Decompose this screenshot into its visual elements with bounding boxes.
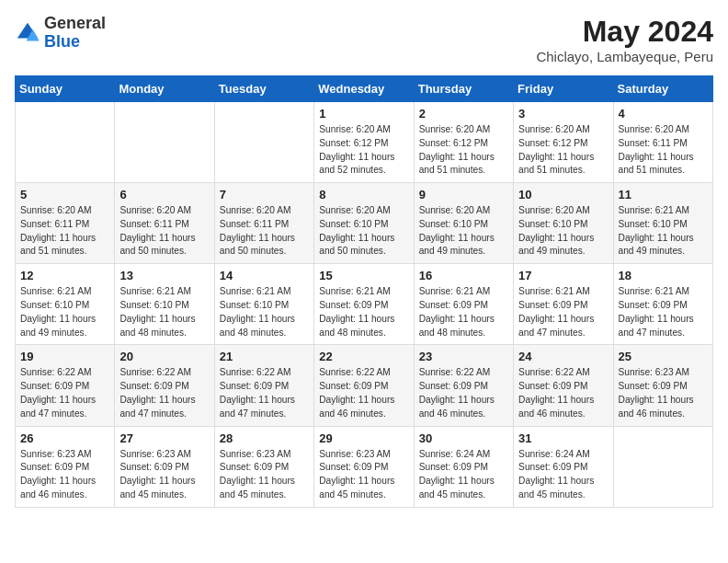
calendar-cell: 20Sunrise: 6:22 AM Sunset: 6:09 PM Dayli… [115, 345, 214, 426]
day-info: Sunrise: 6:20 AM Sunset: 6:10 PM Dayligh… [518, 204, 608, 259]
day-number: 23 [419, 350, 508, 363]
day-info: Sunrise: 6:22 AM Sunset: 6:09 PM Dayligh… [119, 366, 209, 420]
calendar-cell: 31Sunrise: 6:24 AM Sunset: 6:09 PM Dayli… [514, 426, 613, 507]
day-number: 15 [319, 269, 408, 282]
day-info: Sunrise: 6:22 AM Sunset: 6:09 PM Dayligh… [319, 366, 408, 420]
day-number: 9 [419, 188, 508, 201]
day-number: 25 [619, 350, 708, 363]
day-info: Sunrise: 6:21 AM Sunset: 6:10 PM Dayligh… [20, 285, 109, 339]
day-number: 3 [518, 107, 608, 121]
day-info: Sunrise: 6:20 AM Sunset: 6:11 PM Dayligh… [619, 123, 708, 178]
calendar-cell: 8Sunrise: 6:20 AM Sunset: 6:10 PM Daylig… [314, 183, 414, 264]
calendar-cell: 23Sunrise: 6:22 AM Sunset: 6:09 PM Dayli… [414, 345, 513, 426]
day-info: Sunrise: 6:22 AM Sunset: 6:09 PM Dayligh… [20, 366, 109, 420]
calendar-cell: 12Sunrise: 6:21 AM Sunset: 6:10 PM Dayli… [16, 264, 115, 345]
day-info: Sunrise: 6:20 AM Sunset: 6:12 PM Dayligh… [419, 123, 508, 178]
day-info: Sunrise: 6:20 AM Sunset: 6:11 PM Dayligh… [20, 204, 109, 259]
day-info: Sunrise: 6:22 AM Sunset: 6:09 PM Dayligh… [518, 366, 608, 420]
day-info: Sunrise: 6:23 AM Sunset: 6:09 PM Dayligh… [119, 448, 209, 502]
header-thursday: Thursday [414, 76, 513, 102]
day-number: 21 [220, 350, 309, 363]
day-info: Sunrise: 6:21 AM Sunset: 6:10 PM Dayligh… [220, 285, 309, 339]
header-friday: Friday [514, 76, 613, 102]
calendar-cell: 13Sunrise: 6:21 AM Sunset: 6:10 PM Dayli… [115, 264, 214, 345]
calendar-cell: 14Sunrise: 6:21 AM Sunset: 6:10 PM Dayli… [214, 264, 313, 345]
day-info: Sunrise: 6:23 AM Sunset: 6:09 PM Dayligh… [20, 448, 109, 502]
header-wednesday: Wednesday [314, 76, 414, 102]
page-header: General Blue May 2024 Chiclayo, Lambayeq… [15, 15, 713, 64]
calendar-cell [16, 102, 115, 183]
week-row-1: 1Sunrise: 6:20 AM Sunset: 6:12 PM Daylig… [16, 102, 713, 183]
day-number: 1 [319, 107, 408, 121]
calendar-cell: 6Sunrise: 6:20 AM Sunset: 6:11 PM Daylig… [115, 183, 214, 264]
day-number: 2 [419, 107, 508, 121]
calendar-cell [214, 102, 313, 183]
day-info: Sunrise: 6:22 AM Sunset: 6:09 PM Dayligh… [220, 366, 309, 420]
day-info: Sunrise: 6:20 AM Sunset: 6:10 PM Dayligh… [319, 204, 408, 259]
calendar-cell: 22Sunrise: 6:22 AM Sunset: 6:09 PM Dayli… [314, 345, 414, 426]
header-tuesday: Tuesday [214, 76, 313, 102]
calendar-cell: 17Sunrise: 6:21 AM Sunset: 6:09 PM Dayli… [514, 264, 613, 345]
calendar-cell: 24Sunrise: 6:22 AM Sunset: 6:09 PM Dayli… [514, 345, 613, 426]
day-number: 14 [220, 269, 309, 282]
header-saturday: Saturday [613, 76, 712, 102]
week-row-4: 19Sunrise: 6:22 AM Sunset: 6:09 PM Dayli… [16, 345, 713, 426]
day-info: Sunrise: 6:20 AM Sunset: 6:10 PM Dayligh… [419, 204, 508, 259]
calendar-cell: 4Sunrise: 6:20 AM Sunset: 6:11 PM Daylig… [613, 102, 712, 183]
calendar-header: SundayMondayTuesdayWednesdayThursdayFrid… [16, 76, 713, 102]
calendar-cell [115, 102, 214, 183]
calendar-cell: 3Sunrise: 6:20 AM Sunset: 6:12 PM Daylig… [514, 102, 613, 183]
calendar-cell: 29Sunrise: 6:23 AM Sunset: 6:09 PM Dayli… [314, 426, 414, 507]
title-block: May 2024 Chiclayo, Lambayeque, Peru [536, 15, 713, 64]
day-info: Sunrise: 6:20 AM Sunset: 6:12 PM Dayligh… [518, 123, 608, 178]
day-info: Sunrise: 6:24 AM Sunset: 6:09 PM Dayligh… [419, 448, 508, 502]
day-number: 30 [419, 431, 508, 445]
day-info: Sunrise: 6:20 AM Sunset: 6:11 PM Dayligh… [220, 204, 309, 259]
day-number: 6 [119, 188, 209, 201]
day-number: 12 [20, 269, 109, 282]
day-number: 13 [119, 269, 209, 282]
logo-icon [15, 20, 40, 46]
location-subtitle: Chiclayo, Lambayeque, Peru [536, 49, 713, 64]
calendar-cell: 26Sunrise: 6:23 AM Sunset: 6:09 PM Dayli… [16, 426, 115, 507]
calendar-cell: 11Sunrise: 6:21 AM Sunset: 6:10 PM Dayli… [613, 183, 712, 264]
calendar-cell: 28Sunrise: 6:23 AM Sunset: 6:09 PM Dayli… [214, 426, 313, 507]
calendar-cell: 30Sunrise: 6:24 AM Sunset: 6:09 PM Dayli… [414, 426, 513, 507]
day-info: Sunrise: 6:21 AM Sunset: 6:09 PM Dayligh… [419, 285, 508, 339]
calendar-cell: 19Sunrise: 6:22 AM Sunset: 6:09 PM Dayli… [16, 345, 115, 426]
day-info: Sunrise: 6:21 AM Sunset: 6:10 PM Dayligh… [119, 285, 209, 339]
day-number: 27 [119, 431, 209, 445]
logo-blue: Blue [44, 33, 106, 52]
day-info: Sunrise: 6:21 AM Sunset: 6:09 PM Dayligh… [619, 285, 708, 339]
header-sunday: Sunday [16, 76, 115, 102]
day-number: 5 [20, 188, 109, 201]
calendar-table: SundayMondayTuesdayWednesdayThursdayFrid… [15, 75, 713, 508]
calendar-cell: 7Sunrise: 6:20 AM Sunset: 6:11 PM Daylig… [214, 183, 313, 264]
day-number: 19 [20, 350, 109, 363]
day-number: 4 [619, 107, 708, 121]
calendar-cell: 15Sunrise: 6:21 AM Sunset: 6:09 PM Dayli… [314, 264, 414, 345]
day-number: 24 [518, 350, 608, 363]
day-number: 18 [619, 269, 708, 282]
week-row-2: 5Sunrise: 6:20 AM Sunset: 6:11 PM Daylig… [16, 183, 713, 264]
calendar-cell: 10Sunrise: 6:20 AM Sunset: 6:10 PM Dayli… [514, 183, 613, 264]
calendar-cell: 2Sunrise: 6:20 AM Sunset: 6:12 PM Daylig… [414, 102, 513, 183]
day-info: Sunrise: 6:21 AM Sunset: 6:09 PM Dayligh… [518, 285, 608, 339]
calendar-cell: 18Sunrise: 6:21 AM Sunset: 6:09 PM Dayli… [613, 264, 712, 345]
calendar-cell: 27Sunrise: 6:23 AM Sunset: 6:09 PM Dayli… [115, 426, 214, 507]
header-monday: Monday [115, 76, 214, 102]
day-number: 8 [319, 188, 408, 201]
day-number: 28 [220, 431, 309, 445]
day-number: 22 [319, 350, 408, 363]
day-number: 26 [20, 431, 109, 445]
header-row: SundayMondayTuesdayWednesdayThursdayFrid… [16, 76, 713, 102]
day-number: 10 [518, 188, 608, 201]
day-number: 16 [419, 269, 508, 282]
day-number: 17 [518, 269, 608, 282]
day-number: 20 [119, 350, 209, 363]
day-number: 7 [220, 188, 309, 201]
logo-general: General [44, 15, 106, 33]
calendar-cell: 1Sunrise: 6:20 AM Sunset: 6:12 PM Daylig… [314, 102, 414, 183]
calendar-body: 1Sunrise: 6:20 AM Sunset: 6:12 PM Daylig… [16, 102, 713, 508]
day-info: Sunrise: 6:20 AM Sunset: 6:12 PM Dayligh… [319, 123, 408, 178]
